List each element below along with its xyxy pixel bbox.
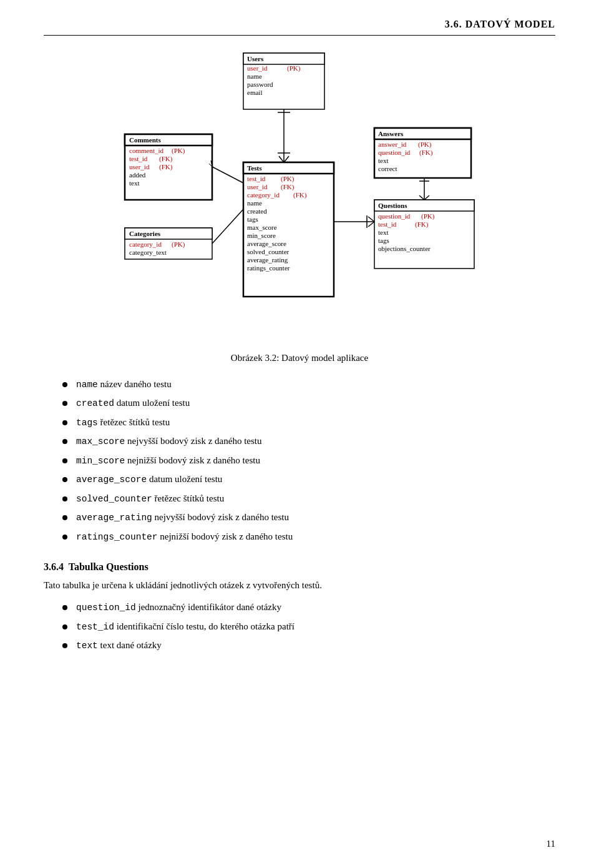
svg-text:Questions: Questions: [378, 202, 407, 209]
svg-line-79: [424, 195, 429, 200]
svg-text:tags: tags: [378, 237, 389, 244]
section-description: Tato tabulka je určena k ukládání jednot…: [44, 578, 555, 593]
list-item: question_id jednoznačný identifikátor da…: [62, 600, 555, 614]
er-diagram: Users user_id (PK) name password email C…: [100, 47, 499, 347]
svg-text:created: created: [247, 207, 267, 215]
list-item: average_score datum uložení testu: [62, 472, 555, 486]
svg-text:user_id: user_id: [247, 64, 268, 72]
svg-line-63: [279, 156, 284, 162]
svg-text:email: email: [247, 89, 262, 96]
bullet-icon: [62, 382, 67, 387]
page-title: 3.6. DATOVÝ MODEL: [445, 19, 555, 29]
bullet-icon: [62, 420, 67, 425]
svg-text:Tests: Tests: [247, 164, 262, 172]
bullet-icon: [62, 624, 67, 629]
bullet-list: name název daného testu created datum ul…: [62, 377, 555, 544]
svg-text:objections_counter: objections_counter: [378, 245, 431, 252]
svg-text:added: added: [129, 171, 146, 179]
list-item: name název daného testu: [62, 377, 555, 392]
svg-text:name: name: [247, 199, 262, 207]
svg-text:(PK): (PK): [287, 64, 301, 72]
figure-caption: Obrázek 3.2: Datový model aplikace: [44, 353, 555, 363]
svg-text:correct: correct: [378, 165, 397, 172]
bullet-icon: [62, 458, 67, 463]
svg-text:test_id: test_id: [378, 220, 397, 228]
svg-text:comment_id: comment_id: [129, 147, 163, 154]
svg-line-67: [212, 167, 243, 183]
svg-text:Comments: Comments: [129, 136, 161, 144]
svg-text:ratings_counter: ratings_counter: [247, 264, 290, 272]
svg-text:(PK): (PK): [172, 240, 185, 249]
svg-text:(FK): (FK): [419, 149, 433, 157]
svg-text:question_id: question_id: [378, 149, 411, 156]
svg-text:question_id: question_id: [378, 212, 411, 220]
svg-text:user_id: user_id: [247, 183, 268, 190]
list-item: text text dané otázky: [62, 638, 555, 653]
svg-text:text: text: [378, 157, 389, 164]
svg-text:category_text: category_text: [129, 249, 167, 256]
page-header: 3.6. DATOVÝ MODEL: [44, 19, 555, 36]
svg-line-70: [212, 209, 243, 244]
section-heading: 3.6.4 Tabulka Questions: [44, 561, 555, 573]
svg-text:user_id: user_id: [129, 163, 150, 170]
svg-text:answer_id: answer_id: [378, 141, 407, 148]
svg-text:Users: Users: [247, 55, 264, 62]
svg-text:category_id: category_id: [247, 191, 280, 199]
svg-text:category_id: category_id: [129, 240, 162, 248]
bullet-icon: [62, 496, 67, 501]
svg-text:(FK): (FK): [159, 155, 173, 163]
svg-text:min_score: min_score: [247, 232, 276, 239]
svg-text:tags: tags: [247, 215, 258, 223]
list-item: test_id identifikační číslo testu, do kt…: [62, 619, 555, 634]
list-item: tags řetězec štítků testu: [62, 415, 555, 430]
list-item: average_rating nejvyšší bodový zisk z da…: [62, 510, 555, 525]
list-item: solved_counter řetězec štítků testu: [62, 491, 555, 506]
svg-text:test_id: test_id: [247, 175, 266, 182]
svg-text:text: text: [378, 229, 389, 236]
svg-text:text: text: [129, 179, 140, 187]
svg-text:(FK): (FK): [281, 183, 295, 191]
bullet-icon: [62, 439, 67, 444]
bullet-icon: [62, 401, 67, 406]
svg-text:Categories: Categories: [129, 230, 161, 237]
svg-line-64: [284, 156, 289, 162]
svg-line-73: [368, 222, 374, 227]
svg-text:average_rating: average_rating: [247, 256, 288, 264]
list-item: max_score nejvyšší bodový zisk z daného …: [62, 434, 555, 448]
svg-text:password: password: [247, 81, 273, 88]
list-item: min_score nejnižší bodový zisk z daného …: [62, 453, 555, 468]
svg-line-78: [419, 195, 424, 200]
svg-text:(FK): (FK): [293, 191, 307, 199]
svg-text:(PK): (PK): [421, 212, 435, 220]
list-item: created datum uložení testu: [62, 396, 555, 410]
bullet-icon: [62, 477, 67, 482]
svg-text:solved_counter: solved_counter: [247, 248, 290, 255]
er-diagram-container: Users user_id (PK) name password email C…: [44, 47, 555, 347]
svg-text:average_score: average_score: [247, 240, 286, 247]
svg-text:(FK): (FK): [159, 163, 173, 171]
bullet-icon: [62, 535, 67, 540]
svg-text:(PK): (PK): [281, 175, 295, 183]
svg-line-72: [368, 217, 374, 222]
svg-text:Answers: Answers: [378, 130, 404, 137]
bullet-icon: [62, 515, 67, 520]
svg-text:max_score: max_score: [247, 224, 277, 231]
svg-text:(PK): (PK): [418, 141, 432, 149]
page-number: 11: [547, 839, 555, 849]
bullet-icon: [62, 643, 67, 648]
svg-text:test_id: test_id: [129, 155, 148, 162]
svg-text:(FK): (FK): [415, 220, 429, 229]
svg-text:name: name: [247, 72, 262, 80]
list-item: ratings_counter nejnižší bodový zisk z d…: [62, 530, 555, 544]
bullet-icon: [62, 605, 67, 610]
svg-text:(PK): (PK): [172, 147, 185, 155]
section-bullet-list: question_id jednoznačný identifikátor da…: [62, 600, 555, 653]
